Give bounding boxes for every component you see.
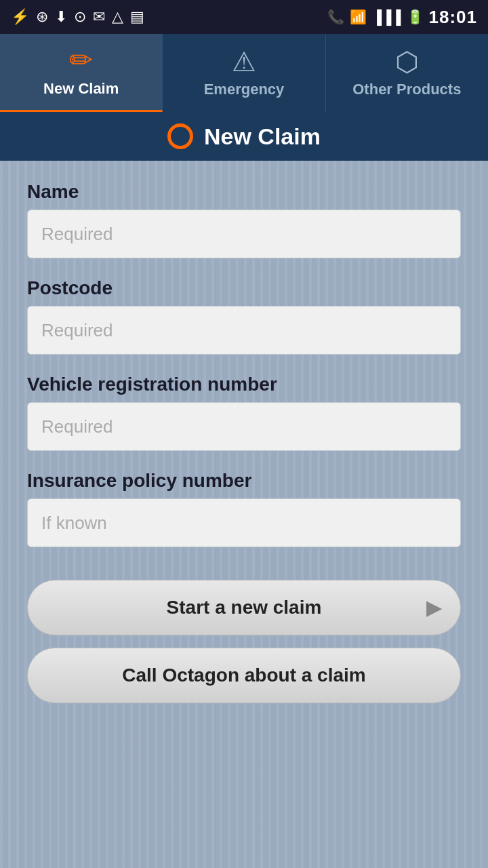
insurance-policy-label: Insurance policy number (27, 470, 461, 492)
mail-icon: ✉ (93, 8, 105, 26)
tab-new-claim-label: New Claim (39, 80, 123, 98)
call-octagon-label: Call Octagon about a claim (122, 665, 365, 686)
page-header: New Claim (0, 112, 488, 161)
hexagon-icon: ⬡ (395, 48, 419, 75)
vehicle-reg-input[interactable] (27, 402, 461, 451)
tab-bar: ✏ New Claim ⚠ Emergency ⬡ Other Products (0, 34, 488, 112)
content-area: Name Postcode Vehicle registration numbe… (0, 161, 488, 868)
insurance-policy-input[interactable] (27, 498, 461, 547)
tab-emergency-label: Emergency (200, 81, 289, 98)
circle-icon: ⊙ (74, 8, 86, 26)
tab-other-products[interactable]: ⬡ Other Products (326, 34, 488, 112)
button-area: Start a new claim Call Octagon about a c… (27, 580, 461, 703)
time-display: 18:01 (429, 7, 478, 28)
tab-other-products-label: Other Products (348, 81, 465, 98)
warning-icon: ⚠ (232, 48, 256, 75)
battery-icon: 🔋 (407, 9, 424, 25)
tab-emergency[interactable]: ⚠ Emergency (163, 34, 325, 112)
vehicle-reg-label: Vehicle registration number (27, 374, 461, 395)
download-icon: ⬇ (55, 8, 67, 26)
call-octagon-button[interactable]: Call Octagon about a claim (27, 648, 461, 703)
start-claim-button[interactable]: Start a new claim (27, 580, 461, 635)
screen-icon: ▤ (130, 8, 144, 26)
postcode-label: Postcode (27, 277, 461, 299)
name-input[interactable] (27, 210, 461, 258)
status-left-icons: ⚡ ⊛ ⬇ ⊙ ✉ △ ▤ (11, 8, 144, 26)
wifi-icon: 📶 (350, 9, 367, 25)
status-right-icons: 📞 📶 ▐▐▐ 🔋 18:01 (327, 7, 477, 28)
postcode-input[interactable] (27, 306, 461, 355)
name-label: Name (27, 181, 461, 203)
status-bar: ⚡ ⊛ ⬇ ⊙ ✉ △ ▤ 📞 📶 ▐▐▐ 🔋 18:01 (0, 0, 488, 34)
signal-icon: ▐▐▐ (372, 9, 401, 25)
alert-icon: △ (112, 8, 123, 26)
page-title: New Claim (204, 123, 321, 150)
phone-icon: 📞 (327, 9, 344, 25)
usb-icon: ⚡ (11, 8, 29, 26)
start-claim-label: Start a new claim (167, 597, 322, 618)
tab-new-claim[interactable]: ✏ New Claim (0, 34, 163, 112)
app-icon-1: ⊛ (36, 8, 48, 26)
pencil-icon: ✏ (69, 46, 93, 75)
header-circle-icon (167, 123, 193, 149)
